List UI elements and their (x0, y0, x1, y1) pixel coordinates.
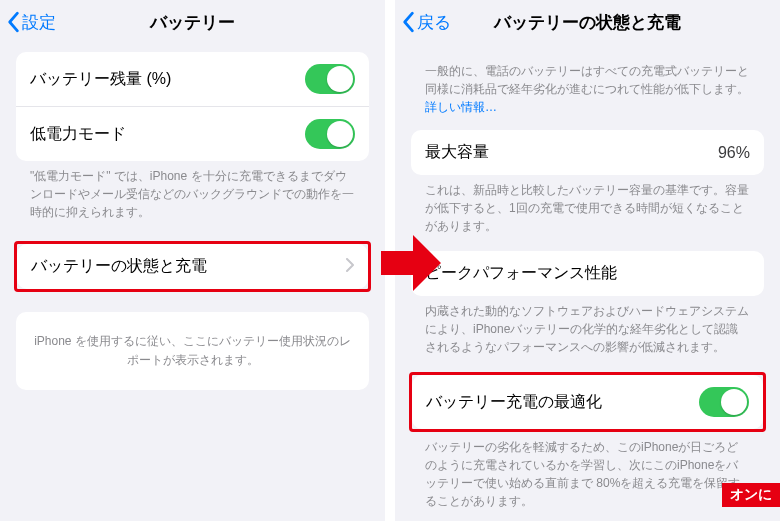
max-capacity-value: 96% (718, 144, 750, 162)
battery-percent-row[interactable]: バッテリー残量 (%) (16, 52, 369, 106)
nav-bar: 戻る バッテリーの状態と充電 (395, 0, 780, 44)
max-capacity-row[interactable]: 最大容量 96% (411, 130, 764, 175)
chevron-left-icon (401, 11, 415, 33)
back-button[interactable]: 戻る (401, 0, 451, 44)
highlight-battery-health: バッテリーの状態と充電 (14, 241, 371, 292)
chevron-left-icon (6, 11, 20, 33)
battery-percent-label: バッテリー残量 (%) (30, 69, 171, 90)
learn-more-link[interactable]: 詳しい情報… (425, 100, 497, 114)
screen-battery: 設定 バッテリー バッテリー残量 (%) 低電力モード "低電力モード" では、… (0, 0, 385, 521)
chevron-right-icon (346, 258, 354, 276)
back-button[interactable]: 設定 (6, 0, 56, 44)
battery-health-label: バッテリーの状態と充電 (31, 256, 207, 277)
optimized-charging-toggle[interactable] (699, 387, 749, 417)
peak-performance-footer: 内蔵された動的なソフトウェアおよびハードウェアシステムにより、iPhoneバッテ… (395, 296, 780, 356)
optimized-charging-row[interactable]: バッテリー充電の最適化 (412, 375, 763, 429)
low-power-footer: "低電力モード" では、iPhone を十分に充電できるまでダウンロードやメール… (0, 161, 385, 221)
content: 一般的に、電話のバッテリーはすべての充電式バッテリーと同様に消耗品で経年劣化が進… (395, 44, 780, 521)
optimized-charging-label: バッテリー充電の最適化 (426, 392, 602, 413)
page-title: バッテリー (150, 11, 235, 34)
low-power-toggle[interactable] (305, 119, 355, 149)
arrow-icon (381, 235, 441, 291)
page-title: バッテリーの状態と充電 (494, 11, 681, 34)
low-power-label: 低電力モード (30, 124, 126, 145)
low-power-row[interactable]: 低電力モード (16, 106, 369, 161)
peak-performance-row[interactable]: ピークパフォーマンス性能 (411, 251, 764, 296)
intro-text: 一般的に、電話のバッテリーはすべての充電式バッテリーと同様に消耗品で経年劣化が進… (395, 44, 780, 116)
highlight-optimized-charging: バッテリー充電の最適化 (409, 372, 766, 432)
battery-percent-toggle[interactable] (305, 64, 355, 94)
nav-bar: 設定 バッテリー (0, 0, 385, 44)
max-capacity-label: 最大容量 (425, 142, 489, 163)
battery-health-row[interactable]: バッテリーの状態と充電 (17, 244, 368, 289)
back-label: 戻る (417, 11, 451, 34)
max-capacity-footer: これは、新品時と比較したバッテリー容量の基準です。容量が低下すると、1回の充電で… (395, 175, 780, 235)
annotation-badge: オンに (722, 483, 780, 507)
content: バッテリー残量 (%) 低電力モード "低電力モード" では、iPhone を十… (0, 44, 385, 521)
screen-battery-health: 戻る バッテリーの状態と充電 一般的に、電話のバッテリーはすべての充電式バッテリ… (395, 0, 780, 521)
back-label: 設定 (22, 11, 56, 34)
usage-placeholder: iPhone を使用するに従い、ここにバッテリー使用状況のレポートが表示されます… (16, 312, 369, 390)
peak-performance-label: ピークパフォーマンス性能 (425, 263, 617, 284)
